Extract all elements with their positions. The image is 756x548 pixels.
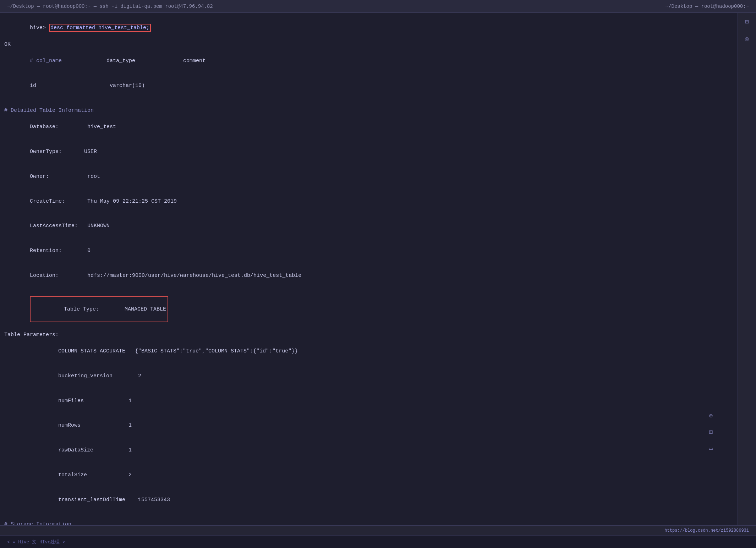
column-stats-label: COLUMN_STATS_ACCURATE	[58, 348, 125, 354]
bucketing-line: bucketing_version 2	[4, 364, 733, 389]
bottom-bar: < ≡ Hive 文 HIve处理 >	[0, 535, 756, 548]
transient-label: transient_lastDdlTime	[58, 497, 125, 503]
location-label: Location:	[30, 273, 59, 279]
rawdatasize-line: rawDataSize 1	[4, 438, 733, 463]
createtime-line: CreateTime: Thu May 09 22:21:25 CST 2019	[4, 189, 733, 214]
retention-line: Retention: 0	[4, 239, 733, 263]
lastaccesstime-label: LastAccessTime:	[30, 223, 78, 229]
numrows-label: numRows	[58, 422, 81, 428]
title-right: ~/Desktop — root@hadoop000:~	[665, 4, 749, 9]
terminal-content[interactable]: hive> desc formatted hive_test_table; OK…	[0, 13, 738, 525]
numrows-line: numRows 1	[4, 413, 733, 438]
status-bar: https://blog.csdn.net/zi592886931	[0, 525, 756, 535]
id-col-name: id	[30, 83, 36, 89]
retention-label: Retention:	[30, 248, 62, 254]
retention-value: 0	[87, 248, 91, 254]
sidebar: ⊟ ◎	[738, 13, 756, 525]
title-left: ~/Desktop — root@hadoop000:~ — ssh -i di…	[7, 4, 213, 9]
column-stats-value: {"BASIC_STATS":"true","COLUMN_STATS":{"i…	[135, 348, 298, 354]
storage-header: # Storage Information	[4, 520, 733, 525]
comment-header: comment	[183, 58, 206, 64]
grid-icon[interactable]: ⊞	[706, 427, 716, 438]
command-text: desc formatted hive_test_table;	[49, 24, 151, 32]
location-line: Location: hdfs://master:9000/user/hive/w…	[4, 263, 733, 288]
numrows-value: 1	[128, 422, 132, 428]
database-label: Database:	[30, 124, 59, 130]
owner-line: Owner: root	[4, 164, 733, 189]
location-value: hdfs://master:9000/user/hive/warehouse/h…	[87, 273, 301, 279]
owner-value: root	[87, 174, 100, 180]
lastaccesstime-line: LastAccessTime: UNKNOWN	[4, 214, 733, 239]
database-line: Database: hive_test	[4, 115, 733, 139]
owner-label: Owner:	[30, 174, 49, 180]
bottom-text: < ≡ Hive 文 HIve处理 >	[7, 539, 65, 545]
monitor-icon[interactable]: ▭	[706, 444, 716, 454]
tabletype-label: Table Type:	[64, 306, 99, 312]
ownertype-line: OwnerType: USER	[4, 139, 733, 164]
bucketing-label: bucketing_version	[58, 373, 113, 379]
blank1	[4, 98, 733, 106]
transient-line: transient_lastDdlTime 1557453343	[4, 487, 733, 512]
ok-line: OK	[4, 40, 733, 49]
numfiles-value: 1	[128, 398, 132, 404]
column-stats-line: COLUMN_STATS_ACCURATE {"BASIC_STATS":"tr…	[4, 339, 733, 364]
numfiles-label: numFiles	[58, 398, 84, 404]
detailed-header: # Detailed Table Information	[4, 106, 733, 115]
createtime-label: CreateTime:	[30, 198, 65, 204]
col-name-header: # col_name	[30, 58, 62, 64]
tabletype-highlight: Table Type: MANAGED_TABLE	[30, 296, 168, 323]
id-col-type: varchar(10)	[110, 83, 145, 89]
totalsize-value: 2	[128, 472, 132, 478]
totalsize-line: totalSize 2	[4, 463, 733, 488]
command-line: hive> desc formatted hive_test_table;	[4, 16, 733, 40]
rawdatasize-value: 1	[128, 447, 132, 453]
tabletype-line: Table Type: MANAGED_TABLE	[4, 288, 733, 330]
url-text: https://blog.csdn.net/zi592886931	[664, 528, 749, 533]
target-icon[interactable]: ⊕	[706, 411, 716, 422]
table-params-header: Table Parameters:	[4, 331, 733, 339]
createtime-value: Thu May 09 22:21:25 CST 2019	[87, 198, 177, 204]
col-header-line: # col_name data_type comment	[4, 49, 733, 73]
database-value: hive_test	[87, 124, 116, 130]
title-bar: ~/Desktop — root@hadoop000:~ — ssh -i di…	[0, 0, 756, 13]
numfiles-line: numFiles 1	[4, 388, 733, 413]
right-icon-group: ⊕ ⊞ ▭	[706, 411, 716, 454]
eye-icon[interactable]: ◎	[742, 33, 752, 44]
data-type-header: data_type	[106, 58, 135, 64]
totalsize-label: totalSize	[58, 472, 87, 478]
id-row: id varchar(10)	[4, 73, 733, 98]
ownertype-value: USER	[84, 149, 97, 155]
split-icon[interactable]: ⊟	[742, 16, 752, 27]
tabletype-value: MANAGED_TABLE	[125, 306, 166, 312]
transient-value: 1557453343	[138, 497, 170, 503]
terminal-body: hive> desc formatted hive_test_table; OK…	[0, 13, 756, 525]
rawdatasize-label: rawDataSize	[58, 447, 93, 453]
prompt-text: hive>	[30, 25, 46, 31]
bucketing-value: 2	[138, 373, 141, 379]
lastaccesstime-value: UNKNOWN	[87, 223, 110, 229]
blank2	[4, 512, 733, 520]
ownertype-label: OwnerType:	[30, 149, 62, 155]
terminal-wrapper: ~/Desktop — root@hadoop000:~ — ssh -i di…	[0, 0, 756, 548]
